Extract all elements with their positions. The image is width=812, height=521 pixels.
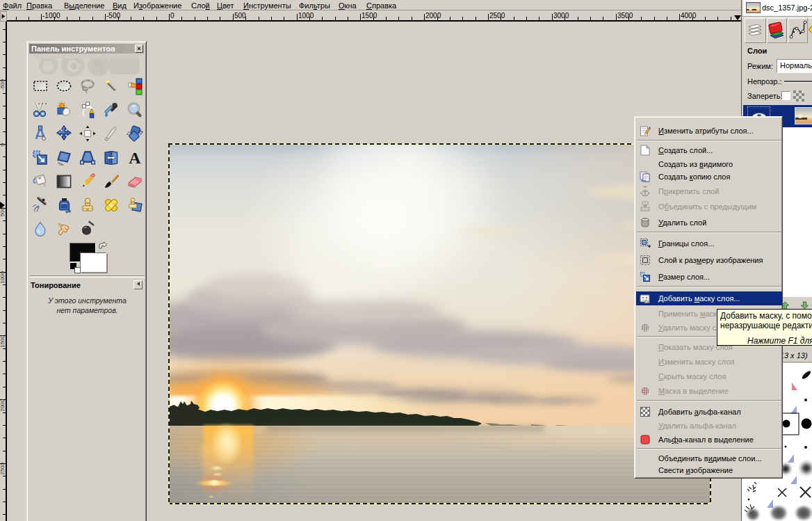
svg-text:A: A — [129, 149, 141, 167]
